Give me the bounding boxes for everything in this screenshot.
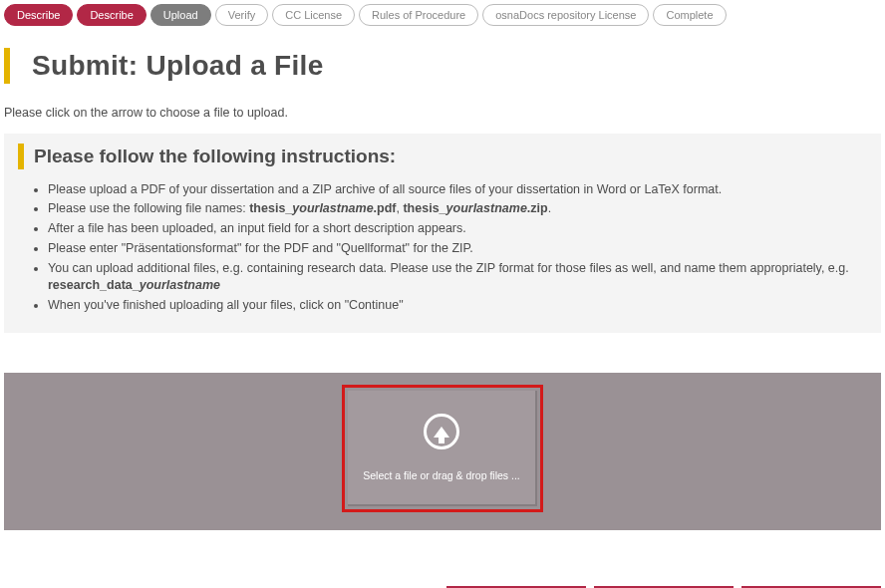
submission-progress: Describe Describe Upload Verify CC Licen… <box>0 0 885 30</box>
instruction-item: You can upload additional files, e.g. co… <box>48 259 867 296</box>
upload-highlight-frame: Select a file or drag & drop files ... <box>342 385 543 512</box>
intro-text: Please click on the arrow to choose a fi… <box>0 84 885 134</box>
step-describe-1[interactable]: Describe <box>4 4 73 26</box>
upload-zone: Select a file or drag & drop files ... <box>4 373 881 530</box>
nav-buttons: < Previous Cancel/Save Next > <box>0 530 885 588</box>
heading-accent <box>4 48 10 84</box>
instructions-accent <box>18 144 24 169</box>
instruction-item: Please upload a PDF of your dissertation… <box>48 179 867 199</box>
upload-prompt: Select a file or drag & drop files ... <box>363 469 520 481</box>
instruction-item: When you've finished uploading all your … <box>48 295 867 315</box>
instruction-item: After a file has been uploaded, an input… <box>48 219 867 239</box>
step-upload[interactable]: Upload <box>150 4 211 26</box>
instructions-title: Please follow the following instructions… <box>34 146 396 167</box>
step-verify: Verify <box>215 4 269 26</box>
upload-arrow-icon <box>424 414 459 449</box>
instructions-list: Please upload a PDF of your dissertation… <box>48 179 867 315</box>
instruction-item: Please use the following file names: the… <box>48 199 867 219</box>
step-repo-license: osnaDocs repository License <box>482 4 649 26</box>
step-rules: Rules of Procedure <box>359 4 478 26</box>
step-describe-2[interactable]: Describe <box>77 4 146 26</box>
step-cc-license: CC License <box>272 4 355 26</box>
file-drop-area[interactable]: Select a file or drag & drop files ... <box>348 391 537 506</box>
instructions-panel: Please follow the following instructions… <box>4 134 881 333</box>
page-title: Submit: Upload a File <box>32 50 324 82</box>
instruction-item: Please enter "Präsentationsformat" for t… <box>48 239 867 259</box>
step-complete: Complete <box>653 4 726 26</box>
